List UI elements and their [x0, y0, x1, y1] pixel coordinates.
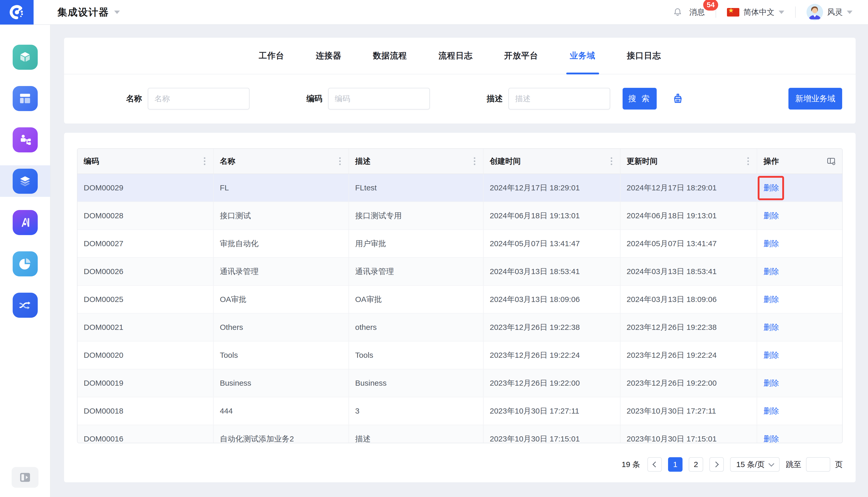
logo-icon — [9, 5, 24, 20]
tab-workbench[interactable]: 工作台 — [259, 38, 284, 74]
delete-link[interactable]: 删除 — [763, 406, 779, 416]
chevron-down-icon — [769, 461, 774, 467]
table-row[interactable]: DOM00028 接口测试 接口测试专用 2024年06月18日 19:13:0… — [77, 202, 842, 230]
layers-icon — [13, 169, 38, 194]
pie-chart-icon — [13, 251, 38, 276]
delete-link[interactable]: 删除 — [763, 266, 779, 277]
sidebar-item-pages[interactable] — [0, 83, 50, 114]
table-row[interactable]: DOM00026 通讯录管理 通讯录管理 2024年03月13日 18:53:4… — [77, 258, 842, 286]
messages-label: 消息 — [689, 7, 705, 17]
user-menu[interactable]: 风灵 — [807, 4, 853, 20]
tab-flow-logs[interactable]: 流程日志 — [439, 38, 473, 74]
delete-link[interactable]: 删除 — [763, 434, 779, 443]
bell-icon[interactable] — [673, 7, 683, 17]
table-row[interactable]: DOM00029 FL FLtest 2024年12月17日 18:29:01 … — [77, 174, 842, 202]
cell-updated: 2023年12月26日 19:22:38 — [621, 314, 757, 341]
name-input[interactable] — [148, 88, 250, 110]
delete-link[interactable]: 删除 — [763, 183, 779, 193]
tab-connectors[interactable]: 连接器 — [316, 38, 342, 74]
code-input[interactable] — [328, 88, 430, 110]
cell-created: 2024年03月13日 18:53:41 — [484, 258, 621, 285]
business-domain-table: 编码 名称 描述 创建时间 更新时间 — [77, 148, 843, 443]
delete-link[interactable]: 删除 — [763, 294, 779, 305]
col-header-created: 创建时间 — [484, 149, 621, 174]
cell-name: Others — [214, 314, 349, 341]
add-business-domain-button[interactable]: 新增业务域 — [788, 88, 842, 110]
sidebar-item-ai[interactable] — [0, 207, 50, 238]
cell-updated: 2023年10月30日 17:27:11 — [621, 397, 757, 425]
messages-link[interactable]: 消息 54 — [689, 7, 705, 17]
delete-link[interactable]: 删除 — [763, 322, 779, 333]
cell-name: 审批自动化 — [214, 230, 349, 257]
delete-link[interactable]: 删除 — [763, 211, 779, 221]
name-label: 名称 — [126, 93, 142, 104]
cell-desc: OA审批 — [349, 286, 484, 313]
sidebar-item-analytics[interactable] — [0, 248, 50, 280]
collapse-panel-icon — [19, 472, 31, 483]
col-header-name: 名称 — [214, 149, 349, 174]
table-row[interactable]: DOM00020 Tools Tools 2023年12月26日 19:22:2… — [77, 341, 842, 369]
cell-updated: 2024年06月18日 19:13:01 — [621, 202, 757, 229]
kebab-menu-icon[interactable] — [746, 156, 751, 167]
col-header-updated: 更新时间 — [621, 149, 757, 174]
tab-interface-logs[interactable]: 接口日志 — [627, 38, 661, 74]
cell-actions: 删除 — [757, 202, 842, 229]
clear-filters-button[interactable] — [671, 92, 685, 105]
table-row[interactable]: DOM00019 Business Business 2023年12月26日 1… — [77, 369, 842, 397]
title-chevron-down-icon[interactable] — [114, 11, 120, 14]
page-button-2[interactable]: 2 — [689, 457, 703, 472]
page-size-select[interactable]: 15 条/页 — [730, 457, 780, 472]
jump-page-input[interactable] — [806, 457, 830, 472]
cell-actions: 删除 — [757, 314, 842, 341]
table-row[interactable]: DOM00018 444 3 2023年10月30日 17:27:11 2023… — [77, 397, 842, 425]
topbar: 集成设计器 消息 54 ★ 简体中文 — [0, 0, 868, 25]
desc-input[interactable] — [508, 88, 610, 110]
cell-created: 2023年10月30日 17:15:01 — [484, 425, 621, 443]
search-button[interactable]: 搜 索 — [623, 88, 657, 110]
cell-updated: 2024年03月13日 18:09:06 — [621, 286, 757, 313]
tab-open-platform[interactable]: 开放平台 — [504, 38, 538, 74]
cell-actions: 删除 — [757, 258, 842, 285]
kebab-menu-icon[interactable] — [609, 156, 614, 167]
sidebar-item-components[interactable] — [0, 41, 50, 73]
workflow-icon — [13, 127, 38, 152]
column-settings-icon[interactable] — [827, 157, 836, 165]
username-label: 风灵 — [827, 7, 843, 17]
jump-to-page: 跳至 页 — [786, 457, 843, 472]
table-row[interactable]: DOM00027 审批自动化 用户审批 2024年05月07日 13:41:47… — [77, 230, 842, 258]
table-row[interactable]: DOM00021 Others others 2023年12月26日 19:22… — [77, 314, 842, 341]
pagination: 19 条 1 2 15 条/页 跳至 页 — [77, 457, 843, 472]
table-row[interactable]: DOM00016 自动化测试添加业务2 描述 2023年10月30日 17:15… — [77, 425, 842, 443]
cell-actions: 删除 — [757, 425, 842, 443]
kebab-menu-icon[interactable] — [472, 156, 477, 167]
next-page-button[interactable] — [709, 457, 724, 472]
tab-data-flows[interactable]: 数据流程 — [373, 38, 407, 74]
cell-desc: FLtest — [349, 174, 484, 201]
tab-business-domain[interactable]: 业务域 — [570, 38, 596, 74]
page-button-1[interactable]: 1 — [668, 457, 683, 472]
cell-actions: 删除 — [757, 397, 842, 425]
cell-updated: 2024年12月17日 18:29:01 — [621, 174, 757, 201]
cell-desc: 描述 — [349, 425, 484, 443]
cell-code: DOM00021 — [77, 314, 214, 341]
tab-bar: 工作台 连接器 数据流程 流程日志 开放平台 业务域 接口日志 — [64, 38, 856, 74]
table-body: DOM00029 FL FLtest 2024年12月17日 18:29:01 … — [77, 174, 842, 443]
sidebar-item-integration-designer[interactable] — [0, 165, 50, 197]
delete-link[interactable]: 删除 — [763, 350, 779, 360]
sidebar-item-orchestration[interactable] — [0, 124, 50, 156]
cell-name: OA审批 — [214, 286, 349, 313]
collapse-panel-button[interactable] — [12, 467, 39, 488]
kebab-menu-icon[interactable] — [338, 156, 342, 167]
delete-link[interactable]: 删除 — [763, 378, 779, 388]
app-logo[interactable] — [0, 0, 33, 25]
cell-code: DOM00028 — [77, 202, 214, 229]
desc-field-group: 描述 — [487, 88, 610, 110]
user-chevron-down-icon — [847, 11, 853, 14]
table-row[interactable]: DOM00025 OA审批 OA审批 2024年03月13日 18:09:06 … — [77, 286, 842, 314]
language-selector[interactable]: ★ 简体中文 — [727, 7, 784, 17]
sidebar-item-dispatch[interactable] — [0, 289, 50, 321]
kebab-menu-icon[interactable] — [202, 156, 207, 167]
code-field-group: 编码 — [307, 88, 430, 110]
prev-page-button[interactable] — [648, 457, 662, 472]
delete-link[interactable]: 删除 — [763, 238, 779, 249]
